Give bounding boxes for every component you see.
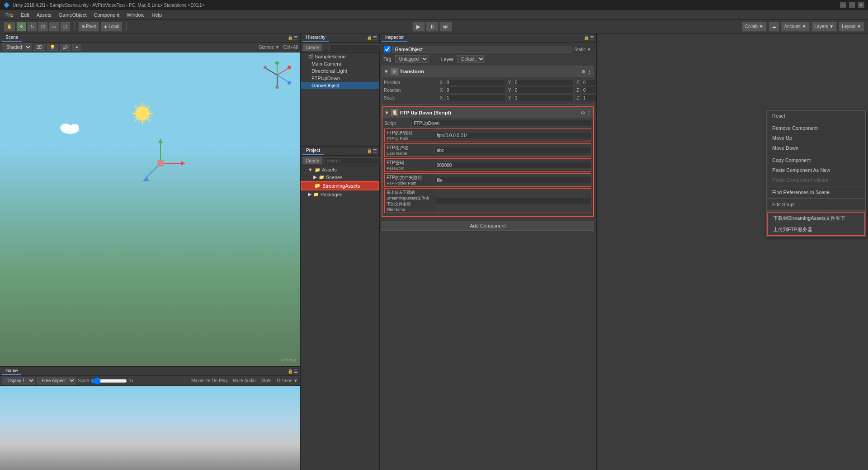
layout-button[interactable]: Layout ▼ [839,22,864,32]
ctx-upload[interactable]: 上传到FTP服务器 [768,224,864,235]
shading-mode-select[interactable]: Shaded [2,43,32,51]
audio-toggle[interactable]: 🔊 [60,44,71,51]
hierarchy-item-samplescene[interactable]: 🎬 SampleScene [301,53,379,60]
pivot-button[interactable]: ⊕ Pivot [78,22,99,32]
game-menu-icon[interactable]: ☰ [294,369,298,374]
collab-button[interactable]: Collab ▼ [742,22,767,32]
position-z-input[interactable]: 0 [582,79,596,86]
scene-view[interactable]: < Persp [0,52,300,366]
scale-z-input[interactable]: 1 [582,95,596,101]
project-item-streamingassets[interactable]: 📁 StreamingAssets [301,181,379,190]
ctx-move-down[interactable]: Move Down [767,143,865,153]
menu-component[interactable]: Component [90,11,123,19]
tag-dropdown[interactable]: Untagged [395,55,429,63]
rect-tool[interactable]: ▭ [49,22,59,32]
mute-audio[interactable]: Mute Audio [233,378,256,383]
menu-assets[interactable]: Assets [33,11,55,19]
maximize-button[interactable]: □ [849,2,855,8]
ctx-copy-component[interactable]: Copy Component [767,155,865,165]
inspector-menu-icon[interactable]: ☰ [590,35,594,40]
hierarchy-menu-icon[interactable]: ☰ [373,35,377,40]
static-label[interactable]: Static ▼ [574,47,591,52]
hierarchy-item-directionallight[interactable]: Directional Light [301,67,379,75]
add-component-button[interactable]: Add Component [382,221,594,231]
ftp-ip-input[interactable]: ftp://0.0.0.0:21/ [434,133,591,138]
ctx-move-up[interactable]: Move Up [767,133,865,143]
hierarchy-item-maincamera[interactable]: Main Camera [301,60,379,67]
ctx-paste-as-new[interactable]: Paste Component As New [767,165,865,175]
tab-inspector[interactable]: Inspector [382,34,407,42]
menu-gameobject[interactable]: GameObject [55,11,90,19]
menu-icon[interactable]: ☰ [294,35,298,40]
scale-y-input[interactable]: 1 [514,95,574,101]
ftp-settings-icon[interactable]: ⚙ [581,110,585,115]
rotate-tool[interactable]: ↻ [27,22,37,32]
ctx-edit-script[interactable]: Edit Script [767,199,865,209]
account-button[interactable]: Account ▼ [781,22,810,32]
transform-component-header[interactable]: ▼ ⊕ Transform ⚙ ⋮ [382,66,594,77]
hierarchy-search[interactable] [324,44,386,51]
move-tool[interactable]: ✛ [16,22,26,32]
transform-more-icon[interactable]: ⋮ [587,69,592,74]
gameobject-name-input[interactable] [392,46,572,53]
hierarchy-item-gameobject[interactable]: GameObject [301,82,379,89]
project-search[interactable] [324,157,386,164]
rotation-z-input[interactable]: 0 [582,87,596,94]
position-x-input[interactable]: 0 [445,79,505,86]
ftp-folder-input[interactable]: file [434,177,591,183]
hierarchy-item-ftpupdown[interactable]: FTPUpDown [301,75,379,82]
pause-button[interactable]: ⏸ [426,22,439,32]
ctx-find-refs[interactable]: Find References In Scene [767,187,865,197]
menu-window[interactable]: Window [123,11,148,19]
project-item-assets[interactable]: ▼ 📁 Assets [301,166,379,173]
gameobject-active-checkbox[interactable] [384,46,391,52]
scale-x-input[interactable]: 1 [445,95,505,101]
maximize-on-play[interactable]: Maximize On Play [191,378,228,383]
menu-help[interactable]: Help [148,11,165,19]
aspect-select[interactable]: Free Aspect [37,377,76,385]
stats-btn[interactable]: Stats [261,378,272,383]
rotation-x-input[interactable]: 0 [445,87,505,94]
script-value-input[interactable]: FTPUpDown [411,120,591,127]
minimize-button[interactable]: — [840,2,846,8]
close-button[interactable]: ✕ [858,2,864,8]
ctrl-all-btn[interactable]: Ctrl+All [283,45,298,50]
scale-slider[interactable] [91,377,127,385]
hand-tool[interactable]: ✋ [4,22,15,32]
layer-dropdown[interactable]: Default [457,55,485,63]
ftp-more-icon[interactable]: ⋮ [587,110,591,115]
tab-hierarchy[interactable]: Hierarchy [302,34,329,42]
tab-project[interactable]: Project [302,147,324,155]
rotation-y-input[interactable]: 0 [514,87,574,94]
position-y-input[interactable]: 0 [514,79,574,86]
lighting-toggle[interactable]: 💡 [47,44,58,51]
ctx-remove-component[interactable]: Remove Component [767,123,865,133]
cloud-button[interactable]: ☁ [769,22,779,32]
menu-edit[interactable]: Edit [17,11,33,19]
custom-tool[interactable]: ⬡ [60,22,71,32]
ctx-download[interactable]: 下载到StreamingAssets文件夹下 [768,213,864,224]
2d-toggle[interactable]: 2D [34,44,45,51]
ftp-password-input[interactable]: 000000 [434,162,591,168]
game-gizmos-btn[interactable]: Gizmos ▼ [277,378,298,383]
game-view[interactable] [0,386,300,470]
project-menu-icon[interactable]: ☰ [373,148,377,153]
display-select[interactable]: Display 1 [2,377,35,385]
gizmos-btn[interactable]: Gizmos ▼ [259,45,280,50]
transform-settings-icon[interactable]: ⚙ [581,69,585,74]
step-button[interactable]: ⏭ [439,22,452,32]
project-item-scenes[interactable]: ▶ 📁 Scenes [301,173,379,181]
local-button[interactable]: ◈ Local [101,22,123,32]
ftp-component-header[interactable]: ▼ 📜 FTP Up Down (Script) ⚙ ⋮ [382,107,593,118]
layers-button[interactable]: Layers ▼ [811,22,837,32]
menu-file[interactable]: File [2,11,17,19]
play-button[interactable]: ▶ [412,22,425,32]
ftp-user-input[interactable]: abc [434,147,591,153]
hierarchy-create-btn[interactable]: Create [302,43,322,52]
project-create-btn[interactable]: Create [302,157,322,165]
tab-scene[interactable]: Scene [2,34,22,42]
project-item-packages[interactable]: ▶ 📁 Packages [301,190,379,198]
ctx-reset[interactable]: Reset [767,111,865,121]
tab-game[interactable]: Game [2,367,21,375]
ftp-filename-input[interactable] [434,198,591,204]
